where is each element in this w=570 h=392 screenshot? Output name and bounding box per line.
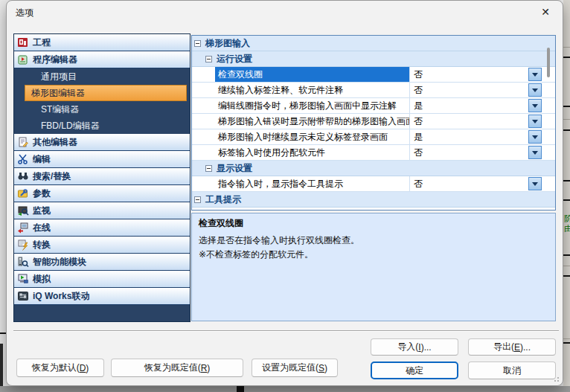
dropdown-button[interactable] — [528, 68, 542, 81]
description-lines: 选择是否在指令输入时执行双线圈检查。※不检查标签的分配软元件。 — [199, 234, 548, 262]
cancel-button[interactable]: 取消 — [468, 362, 556, 379]
title-bar: 选项 ✕ — [7, 1, 563, 25]
project-icon — [17, 36, 29, 48]
restore-default-button[interactable]: 恢复为默认(D) — [16, 359, 104, 377]
setting-value: 否 — [414, 147, 423, 158]
sidebar-item-parameter[interactable]: 参数 — [14, 185, 190, 202]
set-preset-button[interactable]: 设置为既定值(S) — [252, 359, 338, 377]
row-indent — [192, 145, 215, 160]
row-indent — [192, 114, 215, 129]
settings-rows: 梯形图输入运行设置检查双线圈否继续输入标签注释、软元件注释否编辑线圈指令时，梯形… — [192, 36, 555, 208]
sidebar-item-label: 在线 — [33, 222, 51, 234]
setting-value: 否 — [414, 69, 423, 80]
sidebar-item-simulation[interactable]: 模拟 — [14, 271, 190, 288]
setting-label: 指令输入时，显示指令工具提示 — [215, 176, 409, 191]
close-button[interactable]: ✕ — [528, 1, 563, 23]
sidebar-item-label: 转换 — [33, 239, 51, 251]
resize-grip-icon[interactable] — [553, 376, 559, 382]
settings-group-row[interactable]: 运行设置 — [192, 51, 555, 67]
collapse-icon[interactable] — [205, 56, 212, 62]
sidebar-item-label: 搜索/替换 — [33, 170, 71, 183]
setting-value: 否 — [414, 116, 423, 126]
import-button[interactable]: 导入(I)... — [371, 338, 458, 356]
intelligent-module-icon — [17, 256, 29, 268]
setting-value-cell[interactable]: 否 — [409, 83, 555, 97]
search-replace-icon — [17, 170, 29, 182]
sidebar-item-project[interactable]: 工程 — [14, 34, 190, 51]
description-line: ※不检查标签的分配软元件。 — [199, 248, 548, 262]
sidebar-item-label: 参数 — [33, 187, 51, 200]
sidebar-item-ladder-editor[interactable]: 梯形图编辑器 — [25, 85, 187, 101]
dropdown-button[interactable] — [528, 146, 542, 159]
setting-label: 检查双线圈 — [215, 67, 409, 82]
settings-group-row[interactable]: 梯形图输入 — [192, 36, 555, 51]
collapse-icon[interactable] — [205, 165, 212, 172]
settings-item-row[interactable]: 标签输入时使用分配软元件否 — [192, 145, 555, 161]
setting-value-cell[interactable]: 否 — [409, 145, 555, 160]
sidebar-item-program-editor[interactable]: 程序编辑器 — [14, 51, 190, 68]
setting-value-cell[interactable]: 否 — [409, 114, 555, 129]
setting-value-cell[interactable]: 否 — [409, 67, 555, 82]
settings-item-row[interactable]: 检查双线圈否 — [192, 67, 555, 83]
description-line: 选择是否在指令输入时执行双线圈检查。 — [199, 234, 548, 248]
vertical-scrollbar-thumb[interactable] — [547, 48, 550, 77]
background-window-right-strip: 阶 由 — [563, 0, 570, 392]
settings-item-row[interactable]: 梯形图输入错误时显示附带帮助的梯形图输入画面否 — [192, 114, 555, 129]
sidebar-item-search-replace[interactable]: 搜索/替换 — [14, 168, 190, 185]
sidebar-item-edit[interactable]: 编辑 — [14, 151, 190, 168]
collapse-icon[interactable] — [194, 196, 201, 203]
sidebar-item-label: 通用项目 — [41, 71, 77, 83]
setting-label: 编辑线圈指令时，梯形图输入画面中显示注解 — [215, 98, 409, 113]
sidebar-item-online[interactable]: 在线 — [14, 219, 190, 237]
row-indent — [192, 129, 215, 144]
sidebar-item-common-item[interactable]: 通用项目 — [14, 68, 190, 85]
ok-button[interactable]: 确定 — [371, 362, 458, 379]
setting-value-cell[interactable]: 是 — [409, 129, 555, 144]
description-panel: 检查双线圈 选择是否在指令输入时执行双线圈检查。※不检查标签的分配软元件。 — [191, 213, 556, 321]
dropdown-button[interactable] — [528, 115, 542, 128]
sidebar-item-label: 监视 — [33, 205, 51, 217]
settings-group-row[interactable]: 显示设置 — [192, 161, 555, 176]
convert-icon — [17, 239, 29, 251]
chevron-down-icon — [532, 120, 538, 123]
background-left-dark — [0, 344, 3, 386]
sidebar-item-st-editor[interactable]: ST编辑器 — [14, 101, 190, 118]
settings-group-row[interactable]: 工具提示 — [192, 192, 555, 208]
sidebar-item-intelligent-function-module[interactable]: 智能功能模块 — [14, 254, 190, 271]
setting-value-cell[interactable]: 否 — [409, 176, 555, 191]
chevron-down-icon — [532, 151, 538, 155]
parameter-icon — [17, 187, 29, 199]
row-indent — [192, 98, 215, 113]
settings-item-row[interactable]: 指令输入时，显示指令工具提示否 — [192, 176, 555, 192]
settings-item-row[interactable]: 梯形图输入时继续显示未定义标签登录画面是 — [192, 129, 555, 145]
dropdown-button[interactable] — [528, 83, 542, 97]
dropdown-button[interactable] — [528, 130, 542, 144]
settings-item-row[interactable]: 继续输入标签注释、软元件注释否 — [192, 83, 555, 98]
restore-preset-button[interactable]: 恢复为既定值(R) — [111, 359, 243, 377]
separator-line — [13, 330, 559, 332]
sidebar-item-iq-works[interactable]: iQ Works联动 — [14, 288, 190, 305]
setting-value: 否 — [414, 179, 423, 189]
sidebar-item-label: 梯形图编辑器 — [31, 87, 85, 100]
sidebar-item-label: 程序编辑器 — [33, 54, 77, 66]
settings-panel: 梯形图输入运行设置检查双线圈否继续输入标签注释、软元件注释否编辑线圈指令时，梯形… — [191, 35, 556, 211]
screen: 阶 由 选项 ✕ 工程程序编辑器通用项目梯形图编辑器ST编辑器FBD/LD编辑器… — [0, 0, 570, 392]
sidebar-item-label: 工程 — [33, 36, 51, 49]
settings-item-row[interactable]: 编辑线圈指令时，梯形图输入画面中显示注解是 — [192, 98, 555, 114]
row-indent — [192, 83, 215, 97]
sidebar: 工程程序编辑器通用项目梯形图编辑器ST编辑器FBD/LD编辑器其他编辑器编辑搜索… — [13, 33, 190, 322]
chevron-down-icon — [532, 73, 538, 77]
collapse-icon[interactable] — [194, 40, 201, 47]
dropdown-button[interactable] — [528, 177, 542, 190]
sidebar-item-monitor[interactable]: 监视 — [14, 202, 190, 219]
dropdown-button[interactable] — [528, 99, 542, 112]
setting-value: 否 — [414, 85, 423, 95]
sidebar-item-other-editor[interactable]: 其他编辑器 — [14, 134, 190, 151]
sidebar-item-label: iQ Works联动 — [33, 290, 89, 303]
sidebar-item-fbd-ld-editor[interactable]: FBD/LD编辑器 — [14, 118, 190, 134]
other-editor-icon — [17, 136, 29, 148]
setting-value-cell[interactable]: 是 — [409, 98, 555, 113]
sidebar-item-convert[interactable]: 转换 — [14, 237, 190, 254]
export-button[interactable]: 导出(E)... — [468, 338, 556, 356]
dialog-title: 选项 — [16, 7, 33, 19]
